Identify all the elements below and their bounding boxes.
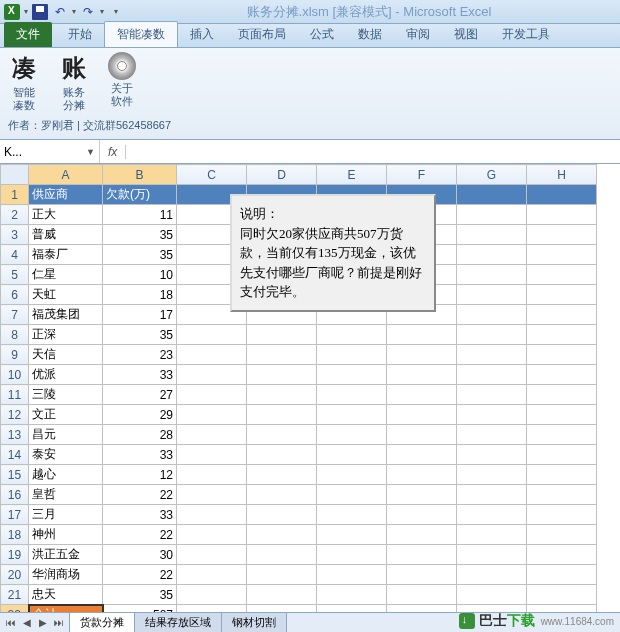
ribbon-btn-fentang[interactable]: 账 账务分摊	[58, 52, 90, 112]
row-header[interactable]: 7	[1, 305, 29, 325]
row-header[interactable]: 1	[1, 185, 29, 205]
fx-icon[interactable]: fx	[100, 145, 126, 159]
cell[interactable]: 10	[103, 265, 177, 285]
cell[interactable]: 33	[103, 445, 177, 465]
cell[interactable]: 12	[103, 465, 177, 485]
formula-input[interactable]	[126, 144, 620, 159]
cell[interactable]: 23	[103, 345, 177, 365]
cell[interactable]: 福茂集团	[29, 305, 103, 325]
ribbon-btn-about[interactable]: 关于软件	[108, 52, 136, 108]
cell[interactable]: 优派	[29, 365, 103, 385]
cell[interactable]: 35	[103, 585, 177, 605]
cell[interactable]: 欠款(万)	[103, 185, 177, 205]
cell[interactable]: 33	[103, 505, 177, 525]
cell[interactable]: 天信	[29, 345, 103, 365]
cell[interactable]: 22	[103, 565, 177, 585]
tab-file[interactable]: 文件	[4, 22, 52, 47]
cell[interactable]: 33	[103, 365, 177, 385]
row-header[interactable]: 2	[1, 205, 29, 225]
cell[interactable]: 35	[103, 225, 177, 245]
tab-insert[interactable]: 插入	[178, 22, 226, 47]
cell[interactable]: 三陵	[29, 385, 103, 405]
col-header-d[interactable]: D	[247, 165, 317, 185]
tab-view[interactable]: 视图	[442, 22, 490, 47]
cell[interactable]: 27	[103, 385, 177, 405]
sheet-nav-last-icon[interactable]: ⏭	[52, 617, 66, 628]
row-header[interactable]: 13	[1, 425, 29, 445]
sheet-nav-first-icon[interactable]: ⏮	[4, 617, 18, 628]
cell[interactable]: 正深	[29, 325, 103, 345]
redo-icon[interactable]: ↷	[80, 4, 96, 20]
cell[interactable]: 昌元	[29, 425, 103, 445]
row-header[interactable]: 21	[1, 585, 29, 605]
cell[interactable]: 天虹	[29, 285, 103, 305]
namebox-dropdown-icon[interactable]: ▼	[86, 147, 95, 157]
col-header-g[interactable]: G	[457, 165, 527, 185]
row-header[interactable]: 6	[1, 285, 29, 305]
row-header[interactable]: 9	[1, 345, 29, 365]
select-all-corner[interactable]	[1, 165, 29, 185]
cell[interactable]: 11	[103, 205, 177, 225]
row-header[interactable]: 19	[1, 545, 29, 565]
cell[interactable]: 29	[103, 405, 177, 425]
cell[interactable]: 普威	[29, 225, 103, 245]
tab-layout[interactable]: 页面布局	[226, 22, 298, 47]
ribbon-btn-coushu[interactable]: 凑 智能凑数	[8, 52, 40, 112]
cell[interactable]: 30	[103, 545, 177, 565]
row-header[interactable]: 8	[1, 325, 29, 345]
cell[interactable]: 35	[103, 325, 177, 345]
name-box[interactable]: ▼	[0, 140, 100, 163]
name-box-input[interactable]	[4, 145, 74, 159]
row-header[interactable]: 14	[1, 445, 29, 465]
cell[interactable]: 正大	[29, 205, 103, 225]
tab-data[interactable]: 数据	[346, 22, 394, 47]
cell[interactable]: 三月	[29, 505, 103, 525]
undo-dropdown-icon[interactable]: ▾	[72, 7, 80, 16]
cell[interactable]: 越心	[29, 465, 103, 485]
sheet-nav-prev-icon[interactable]: ◀	[20, 617, 34, 628]
redo-dropdown-icon[interactable]: ▾	[100, 7, 108, 16]
row-header[interactable]: 20	[1, 565, 29, 585]
cell[interactable]: 皇哲	[29, 485, 103, 505]
col-header-a[interactable]: A	[29, 165, 103, 185]
cell[interactable]: 合计	[29, 605, 103, 613]
cell[interactable]: 22	[103, 485, 177, 505]
cell[interactable]: 28	[103, 425, 177, 445]
col-header-b[interactable]: B	[103, 165, 177, 185]
note-box[interactable]: 说明： 同时欠20家供应商共507万货款，当前仅有135万现金，该优先支付哪些厂…	[230, 194, 436, 312]
tab-dev[interactable]: 开发工具	[490, 22, 562, 47]
cell[interactable]: 17	[103, 305, 177, 325]
tab-addin[interactable]: 智能凑数	[104, 21, 178, 47]
cell[interactable]: 华润商场	[29, 565, 103, 585]
row-header[interactable]: 5	[1, 265, 29, 285]
save-icon[interactable]	[32, 4, 48, 20]
row-header[interactable]: 11	[1, 385, 29, 405]
sheet-tab-3[interactable]: 钢材切割	[221, 613, 287, 633]
cell[interactable]: 22	[103, 525, 177, 545]
cell[interactable]: 文正	[29, 405, 103, 425]
row-header[interactable]: 15	[1, 465, 29, 485]
row-header[interactable]: 10	[1, 365, 29, 385]
cell[interactable]: 忠天	[29, 585, 103, 605]
row-header[interactable]: 4	[1, 245, 29, 265]
qat-customize-icon[interactable]: ▾	[114, 7, 122, 16]
col-header-h[interactable]: H	[527, 165, 597, 185]
tab-formula[interactable]: 公式	[298, 22, 346, 47]
cell[interactable]: 洪正五金	[29, 545, 103, 565]
sheet-nav-next-icon[interactable]: ▶	[36, 617, 50, 628]
cell[interactable]: 供应商	[29, 185, 103, 205]
row-header[interactable]: 3	[1, 225, 29, 245]
col-header-c[interactable]: C	[177, 165, 247, 185]
row-header[interactable]: 16	[1, 485, 29, 505]
sheet-tab-2[interactable]: 结果存放区域	[134, 613, 222, 633]
cell[interactable]: 泰安	[29, 445, 103, 465]
qat-dropdown-icon[interactable]: ▾	[24, 7, 32, 16]
row-header[interactable]: 22	[1, 605, 29, 613]
cell[interactable]: 18	[103, 285, 177, 305]
row-header[interactable]: 18	[1, 525, 29, 545]
cell[interactable]: 507	[103, 605, 177, 613]
col-header-e[interactable]: E	[317, 165, 387, 185]
cell[interactable]: 仁星	[29, 265, 103, 285]
excel-logo-icon[interactable]	[4, 4, 20, 20]
cell[interactable]: 福泰厂	[29, 245, 103, 265]
